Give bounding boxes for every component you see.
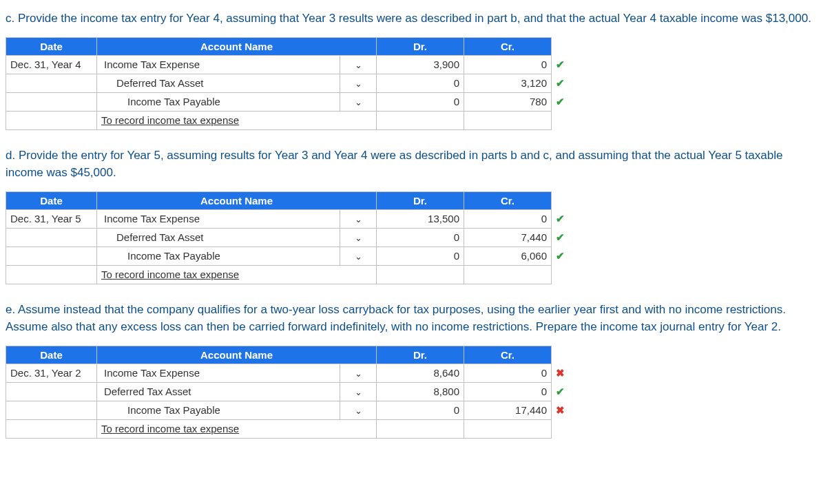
table-row: Deferred Tax Asset ⌄ 8,800 0 ✔ xyxy=(6,382,576,401)
account-select[interactable]: Deferred Tax Asset xyxy=(101,386,335,397)
header-date: Date xyxy=(6,37,97,55)
chevron-down-icon[interactable]: ⌄ xyxy=(355,251,362,262)
header-cr: Cr. xyxy=(464,191,552,209)
check-icon: ✔ xyxy=(556,213,565,224)
check-icon: ✔ xyxy=(556,250,565,262)
header-account: Account Name xyxy=(97,191,377,209)
date-cell[interactable] xyxy=(6,382,97,401)
memo-link[interactable]: To record income tax expense xyxy=(101,114,239,126)
table-row: Dec. 31, Year 5 Income Tax Expense ⌄ 13,… xyxy=(6,209,576,228)
table-row: Dec. 31, Year 2 Income Tax Expense ⌄ 8,6… xyxy=(6,364,576,382)
chevron-down-icon[interactable]: ⌄ xyxy=(355,97,362,107)
date-cell[interactable]: Dec. 31, Year 2 xyxy=(6,364,97,382)
table-row: Income Tax Payable ⌄ 0 780 ✔ xyxy=(6,92,576,111)
date-cell[interactable] xyxy=(6,228,97,246)
cross-icon: ✖ xyxy=(556,404,565,416)
account-select[interactable]: Income Tax Payable xyxy=(101,96,335,107)
account-select[interactable]: Income Tax Payable xyxy=(101,404,335,416)
chevron-down-icon[interactable]: ⌄ xyxy=(355,233,362,243)
cross-icon: ✖ xyxy=(556,367,565,379)
chevron-down-icon[interactable]: ⌄ xyxy=(355,368,362,379)
date-cell[interactable]: Dec. 31, Year 5 xyxy=(6,209,97,228)
debit-input[interactable]: 0 xyxy=(377,228,464,246)
debit-input[interactable]: 0 xyxy=(377,92,464,111)
date-cell[interactable] xyxy=(6,92,97,111)
header-cr: Cr. xyxy=(464,346,552,364)
credit-input[interactable]: 17,440 xyxy=(464,401,552,419)
credit-input[interactable]: 3,120 xyxy=(464,74,552,92)
chevron-down-icon[interactable]: ⌄ xyxy=(355,387,362,397)
header-dr: Dr. xyxy=(377,37,464,55)
table-row: Deferred Tax Asset ⌄ 0 3,120 ✔ xyxy=(6,74,576,92)
check-icon: ✔ xyxy=(556,77,565,89)
account-select[interactable]: Income Tax Expense xyxy=(101,213,335,224)
memo-link[interactable]: To record income tax expense xyxy=(101,423,239,434)
table-row: Income Tax Payable ⌄ 0 17,440 ✖ xyxy=(6,401,576,419)
debit-input[interactable]: 0 xyxy=(377,246,464,265)
check-icon: ✔ xyxy=(556,59,565,70)
credit-input[interactable]: 0 xyxy=(464,382,552,401)
debit-input[interactable]: 0 xyxy=(377,401,464,419)
header-date: Date xyxy=(6,346,97,364)
question-e-prompt: e. Assume instead that the company quali… xyxy=(6,301,815,336)
table-row: To record income tax expense xyxy=(6,419,576,438)
memo-link[interactable]: To record income tax expense xyxy=(101,269,239,280)
table-row: Deferred Tax Asset ⌄ 0 7,440 ✔ xyxy=(6,228,576,246)
chevron-down-icon[interactable]: ⌄ xyxy=(355,214,362,224)
credit-input[interactable]: 780 xyxy=(464,92,552,111)
journal-table-c: Date Account Name Dr. Cr. Dec. 31, Year … xyxy=(6,37,576,130)
header-date: Date xyxy=(6,191,97,209)
table-row: To record income tax expense xyxy=(6,111,576,129)
debit-input[interactable]: 0 xyxy=(377,74,464,92)
journal-table-e: Date Account Name Dr. Cr. Dec. 31, Year … xyxy=(6,346,576,439)
check-icon: ✔ xyxy=(556,231,565,243)
header-account: Account Name xyxy=(97,37,377,55)
chevron-down-icon[interactable]: ⌄ xyxy=(355,78,362,89)
question-c-prompt: c. Provide the income tax entry for Year… xyxy=(6,10,815,28)
header-cr: Cr. xyxy=(464,37,552,55)
table-row: To record income tax expense xyxy=(6,265,576,284)
account-select[interactable]: Income Tax Payable xyxy=(101,250,335,262)
chevron-down-icon[interactable]: ⌄ xyxy=(355,406,362,416)
credit-input[interactable]: 0 xyxy=(464,209,552,228)
question-d-prompt: d. Provide the entry for Year 5, assumin… xyxy=(6,147,815,182)
debit-input[interactable]: 13,500 xyxy=(377,209,464,228)
date-cell[interactable] xyxy=(6,401,97,419)
credit-input[interactable]: 0 xyxy=(464,55,552,74)
journal-table-d: Date Account Name Dr. Cr. Dec. 31, Year … xyxy=(6,191,576,284)
date-cell[interactable]: Dec. 31, Year 4 xyxy=(6,55,97,74)
header-account: Account Name xyxy=(97,346,377,364)
check-icon: ✔ xyxy=(556,386,565,397)
debit-input[interactable]: 8,800 xyxy=(377,382,464,401)
account-select[interactable]: Deferred Tax Asset xyxy=(101,77,335,89)
date-cell[interactable] xyxy=(6,246,97,265)
account-select[interactable]: Deferred Tax Asset xyxy=(101,231,335,243)
credit-input[interactable]: 6,060 xyxy=(464,246,552,265)
table-row: Dec. 31, Year 4 Income Tax Expense ⌄ 3,9… xyxy=(6,55,576,74)
date-cell[interactable] xyxy=(6,74,97,92)
credit-input[interactable]: 0 xyxy=(464,364,552,382)
account-select[interactable]: Income Tax Expense xyxy=(101,367,335,379)
header-dr: Dr. xyxy=(377,191,464,209)
chevron-down-icon[interactable]: ⌄ xyxy=(355,60,362,70)
header-dr: Dr. xyxy=(377,346,464,364)
account-select[interactable]: Income Tax Expense xyxy=(101,59,335,70)
table-row: Income Tax Payable ⌄ 0 6,060 ✔ xyxy=(6,246,576,265)
credit-input[interactable]: 7,440 xyxy=(464,228,552,246)
check-icon: ✔ xyxy=(556,96,565,107)
debit-input[interactable]: 8,640 xyxy=(377,364,464,382)
debit-input[interactable]: 3,900 xyxy=(377,55,464,74)
